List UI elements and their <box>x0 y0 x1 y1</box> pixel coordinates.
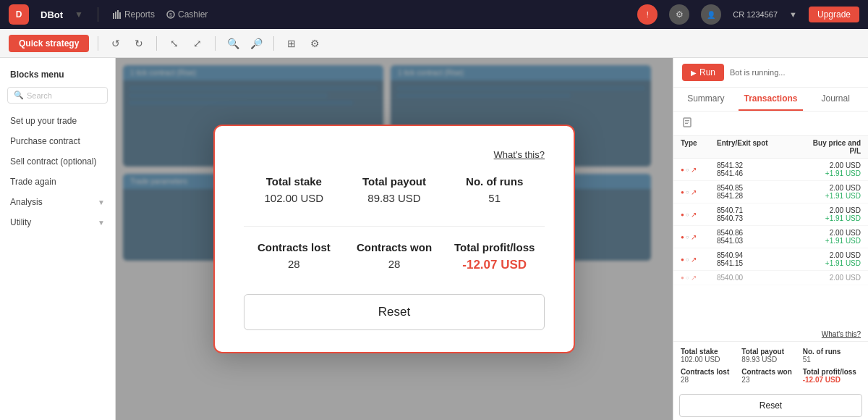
upgrade-button[interactable]: Upgrade <box>809 7 859 22</box>
dot-red-icon: ● <box>681 274 684 281</box>
modal-overlay: What's this? Total stake 102.00 USD Tota… <box>116 58 673 420</box>
modal-stat-contracts-lost: Contracts lost 28 <box>244 241 344 272</box>
col-type: Type <box>681 139 717 155</box>
grid-icon[interactable]: ⊞ <box>283 35 300 52</box>
row-entry: 8541.32 8541.46 <box>717 161 803 177</box>
summary-modal: What's this? Total stake 102.00 USD Tota… <box>213 125 575 353</box>
nav-reports[interactable]: Reports <box>113 9 155 20</box>
settings-icon[interactable]: ⚙ <box>669 4 689 25</box>
dot-red-icon: ● <box>681 256 684 263</box>
tab-summary[interactable]: Summary <box>673 88 739 111</box>
rp-summary-row-1: Total stake 102.00 USD Total payout 89.9… <box>681 348 861 364</box>
notifications-bell[interactable]: ! <box>637 4 658 25</box>
modal-stat-contracts-won: Contracts won 28 <box>344 241 445 272</box>
sidebar-item-trade-again[interactable]: Trade again <box>0 172 115 192</box>
modal-whats-this[interactable]: What's this? <box>244 148 545 161</box>
arrow-up-icon: ↗ <box>691 233 697 241</box>
sidebar-item-sell[interactable]: Sell contract (optional) <box>0 151 115 172</box>
rp-total-stake: Total stake 102.00 USD <box>681 348 739 364</box>
tab-transactions[interactable]: Transactions <box>739 88 804 111</box>
row-type: ● ○ ↗ <box>681 166 717 174</box>
svg-rect-3 <box>119 12 121 19</box>
toolbar: Quick strategy ↺ ↻ ⤡ ⤢ 🔍 🔎 ⊞ ⚙ <box>0 29 868 58</box>
user-avatar[interactable]: 👤 <box>701 4 721 25</box>
dot-gray-icon: ○ <box>686 167 689 173</box>
quick-strategy-button[interactable]: Quick strategy <box>9 35 89 52</box>
table-row: ● ○ ↗ 8540.85 8541.28 2.00 USD +1.91 USD <box>673 181 868 203</box>
expand-icon[interactable]: ⤡ <box>166 35 183 52</box>
account-label: CR 1234567 <box>733 10 778 19</box>
rp-whats-this[interactable]: What's this? <box>673 327 868 341</box>
sidebar-search[interactable]: 🔍 Search <box>7 87 108 104</box>
table-body: ● ○ ↗ 8541.32 8541.46 2.00 USD +1.91 USD… <box>673 159 868 327</box>
arrow-up-icon: ↗ <box>691 256 697 264</box>
col-price: Buy price and P/L <box>803 139 861 155</box>
zoom-in-icon[interactable]: 🔍 <box>224 35 242 52</box>
chevron-down-icon2: ▼ <box>98 219 105 227</box>
tab-journal[interactable]: Journal <box>803 88 868 111</box>
arrow-up-icon: ↗ <box>691 166 697 174</box>
rp-contracts-lost: Contracts lost 28 <box>681 368 739 384</box>
rp-summary: Total stake 102.00 USD Total payout 89.9… <box>673 341 868 391</box>
toolbar-divider2 <box>156 36 157 51</box>
row-type: ● ○ ↗ <box>681 256 717 264</box>
modal-stats-row-2: Contracts lost 28 Contracts won 28 Total… <box>244 241 545 272</box>
col-entry: Entry/Exit spot <box>717 139 803 155</box>
chevron-down-icon: ▼ <box>98 198 105 206</box>
modal-reset-button[interactable]: Reset <box>244 294 545 330</box>
settings-toolbar-icon[interactable]: ⚙ <box>306 35 323 52</box>
undo-icon[interactable]: ↺ <box>107 35 124 52</box>
dot-gray-icon: ○ <box>686 189 689 196</box>
rp-summary-row-2: Contracts lost 28 Contracts won 23 Total… <box>681 368 861 384</box>
dot-gray-icon: ○ <box>686 256 689 263</box>
toolbar-divider4 <box>273 36 274 51</box>
table-row: ● ○ ↗ 8541.32 8541.46 2.00 USD +1.91 USD <box>673 159 868 181</box>
toolbar-divider3 <box>215 36 216 51</box>
table-row: ● ○ ↗ 8540.94 8541.15 2.00 USD +1.91 USD <box>673 248 868 271</box>
dot-red-icon: ● <box>681 167 684 173</box>
arrow-up-icon: ↗ <box>691 274 697 282</box>
table-header: Type Entry/Exit spot Buy price and P/L <box>673 136 868 159</box>
rp-reset-button[interactable]: Reset <box>679 394 862 417</box>
modal-stat-total-payout: Total payout 89.83 USD <box>344 175 445 204</box>
doc-icon <box>673 112 868 136</box>
sidebar-item-purchase[interactable]: Purchase contract <box>0 131 115 151</box>
bot-running-label: Bot is running... <box>730 68 859 77</box>
row-price: 2.00 USD +1.91 USD <box>803 251 861 267</box>
dot-gray-icon: ○ <box>686 234 689 240</box>
zoom-out-icon[interactable]: 🔎 <box>247 35 265 52</box>
right-panel-top: ▶ Run Bot is running... <box>673 58 868 88</box>
row-price: 2.00 USD +1.91 USD <box>803 206 861 222</box>
sidebar-item-analysis[interactable]: Analysis ▼ <box>0 192 115 212</box>
app-logo: D <box>9 4 29 25</box>
table-row: ● ○ ↗ 8540.71 8540.73 2.00 USD +1.91 USD <box>673 203 868 226</box>
rp-total-payout: Total payout 89.93 USD <box>741 348 799 364</box>
row-entry: 8540.85 8541.28 <box>717 184 803 200</box>
sidebar-item-utility[interactable]: Utility ▼ <box>0 212 115 232</box>
rp-total-profit: Total profit/loss -12.07 USD <box>803 368 861 384</box>
right-panel-tabs: Summary Transactions Journal <box>673 88 868 112</box>
top-nav: D DBot ▼ Reports $ Cashier ! ⚙ 👤 CR 1234… <box>0 0 868 29</box>
run-button[interactable]: ▶ Run <box>682 64 724 81</box>
row-price: 2.00 USD <box>803 274 861 282</box>
left-sidebar: Blocks menu 🔍 Search Set up your trade P… <box>0 58 116 420</box>
modal-divider <box>244 226 545 227</box>
nav-cashier[interactable]: $ Cashier <box>166 9 208 20</box>
redo-icon[interactable]: ↻ <box>130 35 148 52</box>
modal-stat-total-stake: Total stake 102.00 USD <box>244 175 344 204</box>
svg-rect-2 <box>117 10 119 19</box>
arrow-up-icon: ↗ <box>691 211 697 219</box>
toolbar-divider <box>98 36 98 51</box>
row-entry: 8540.94 8541.15 <box>717 251 803 267</box>
row-price: 2.00 USD +1.91 USD <box>803 161 861 177</box>
rp-contracts-won: Contracts won 23 <box>741 368 799 384</box>
sidebar-title: Blocks menu <box>0 65 115 87</box>
table-row: ● ○ ↗ 8540.86 8541.03 2.00 USD +1.91 USD <box>673 226 868 248</box>
collapse-icon[interactable]: ⤢ <box>189 35 206 52</box>
dot-red-icon: ● <box>681 189 684 196</box>
dot-gray-icon: ○ <box>686 274 689 281</box>
sidebar-item-setup[interactable]: Set up your trade <box>0 111 115 131</box>
main-area: Blocks menu 🔍 Search Set up your trade P… <box>0 58 868 420</box>
dot-gray-icon: ○ <box>686 211 689 218</box>
row-entry: 8540.71 8540.73 <box>717 206 803 222</box>
